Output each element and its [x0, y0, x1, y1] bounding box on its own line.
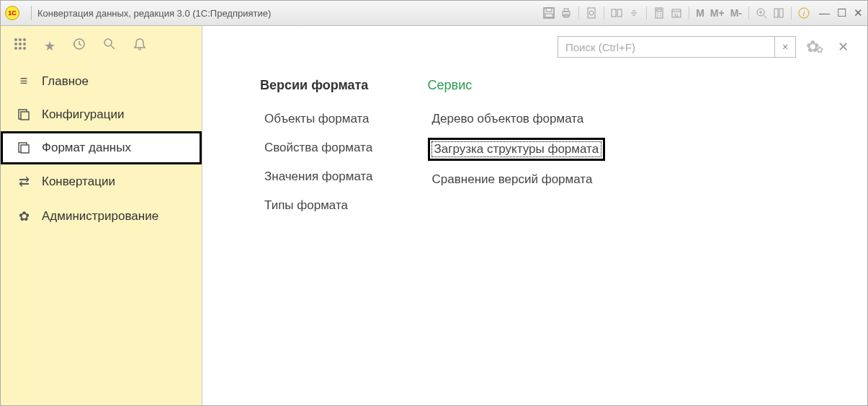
nav-label: Главное — [42, 74, 89, 89]
window-title: Конвертация данных, редакция 3.0 (1С:Пре… — [37, 8, 271, 19]
panels-icon[interactable] — [772, 6, 785, 19]
link-format-values[interactable]: Значения формата — [260, 167, 377, 187]
svg-text:i: i — [803, 9, 805, 17]
svg-point-30 — [14, 43, 17, 45]
svg-rect-23 — [774, 9, 778, 17]
copy-icon — [16, 141, 32, 154]
nav-item-conversions[interactable]: ⇄ Конвертации — [1, 164, 202, 199]
zoom-icon[interactable] — [755, 6, 768, 19]
svg-rect-9 — [617, 9, 622, 17]
svg-rect-11 — [657, 9, 661, 12]
svg-point-37 — [104, 39, 112, 46]
maximize-button[interactable]: ☐ — [837, 6, 846, 19]
nav-list: ≡ Главное Конфигурации Формат данных — [1, 64, 202, 234]
column-service: Сервис Дерево объектов формата Загрузка … — [428, 78, 606, 216]
nav-item-administration[interactable]: ✿ Администрирование — [1, 199, 202, 234]
svg-point-14 — [657, 15, 658, 17]
svg-point-15 — [660, 15, 661, 17]
apps-icon[interactable] — [14, 37, 27, 54]
nav-label: Формат данных — [42, 141, 131, 155]
search-clear-button[interactable]: × — [774, 37, 795, 57]
sidebar: ★ ≡ Главное — [1, 26, 202, 405]
svg-text:31: 31 — [674, 13, 679, 17]
svg-line-38 — [111, 45, 115, 49]
svg-rect-2 — [545, 14, 552, 17]
history-icon[interactable] — [73, 37, 86, 54]
svg-rect-41 — [21, 112, 29, 120]
svg-point-7 — [589, 11, 594, 15]
search-icon[interactable] — [103, 37, 116, 54]
svg-rect-43 — [21, 145, 29, 153]
column-title: Версии формата — [260, 78, 377, 93]
svg-line-20 — [764, 15, 766, 18]
print-icon[interactable] — [560, 6, 573, 19]
svg-point-35 — [23, 47, 26, 50]
sidebar-toolbar: ★ — [1, 32, 202, 64]
svg-point-39 — [139, 48, 141, 50]
link-object-tree[interactable]: Дерево объектов формата — [428, 109, 606, 129]
titlebar-divider — [31, 6, 32, 20]
svg-point-27 — [14, 38, 17, 41]
svg-rect-24 — [779, 9, 783, 17]
minimize-button[interactable]: — — [819, 6, 830, 19]
nav-item-main[interactable]: ≡ Главное — [1, 64, 202, 98]
svg-point-33 — [14, 47, 17, 50]
link-compare-versions[interactable]: Сравнение версий формата — [428, 169, 606, 190]
svg-point-13 — [660, 13, 661, 14]
nav-label: Администрирование — [42, 209, 158, 224]
svg-rect-4 — [564, 9, 568, 12]
page-settings-button[interactable]: ✿✿ — [803, 37, 826, 56]
calculator-icon[interactable] — [653, 6, 666, 19]
nav-item-configurations[interactable]: Конфигурации — [1, 98, 202, 131]
gear-small-icon: ✿ — [816, 45, 823, 55]
svg-point-34 — [19, 47, 22, 50]
window-controls: — ☐ ✕ — [819, 6, 863, 19]
preview-icon[interactable] — [585, 6, 598, 19]
column-title: Сервис — [428, 78, 606, 93]
link-format-types[interactable]: Типы формата — [260, 195, 377, 216]
app-window: 1C Конвертация данных, редакция 3.0 (1С:… — [0, 0, 868, 406]
info-icon[interactable]: i — [797, 6, 810, 19]
app-icon: 1C — [5, 6, 19, 20]
memory-mminus-button[interactable]: M- — [730, 7, 743, 19]
svg-point-12 — [657, 13, 658, 14]
content-columns: Версии формата Объекты формата Свойства … — [217, 78, 853, 216]
nav-label: Конфигурации — [42, 107, 124, 122]
link-format-properties[interactable]: Свойства формата — [260, 138, 377, 158]
main-panel: × ✿✿ ✕ Версии формата Объекты формата Св… — [202, 26, 867, 405]
svg-point-32 — [23, 43, 26, 45]
stack-icon — [16, 108, 32, 121]
memory-m-button[interactable]: M — [695, 7, 705, 19]
close-button[interactable]: ✕ — [854, 6, 863, 19]
main-toolbar: × ✿✿ ✕ — [217, 36, 853, 58]
compare-icon[interactable] — [610, 6, 623, 19]
titlebar: 1C Конвертация данных, редакция 3.0 (1С:… — [1, 1, 867, 26]
menu-icon: ≡ — [16, 74, 32, 89]
panel-close-button[interactable]: ✕ — [833, 39, 853, 55]
save-icon[interactable] — [542, 6, 555, 19]
link-format-objects[interactable]: Объекты формата — [260, 109, 377, 129]
swap-icon: ⇄ — [16, 174, 32, 190]
gear-icon: ✿ — [16, 208, 32, 224]
svg-point-31 — [19, 43, 22, 45]
search-input[interactable] — [558, 37, 774, 57]
link-icon[interactable] — [627, 6, 640, 19]
link-load-structure[interactable]: Загрузка структуры формата — [428, 138, 606, 161]
nav-label: Конвертации — [42, 175, 115, 189]
svg-rect-8 — [612, 9, 616, 17]
nav-item-data-format[interactable]: Формат данных — [1, 131, 202, 164]
svg-point-29 — [23, 38, 26, 41]
star-icon[interactable]: ★ — [44, 38, 55, 54]
bell-icon[interactable] — [133, 37, 146, 54]
titlebar-toolbar: 31 M M+ M- i — [542, 6, 810, 19]
column-format-versions: Версии формата Объекты формата Свойства … — [260, 78, 377, 216]
svg-point-28 — [19, 38, 22, 41]
search-box: × — [558, 36, 796, 58]
calendar-icon[interactable]: 31 — [670, 6, 683, 19]
memory-mplus-button[interactable]: M+ — [710, 7, 725, 19]
